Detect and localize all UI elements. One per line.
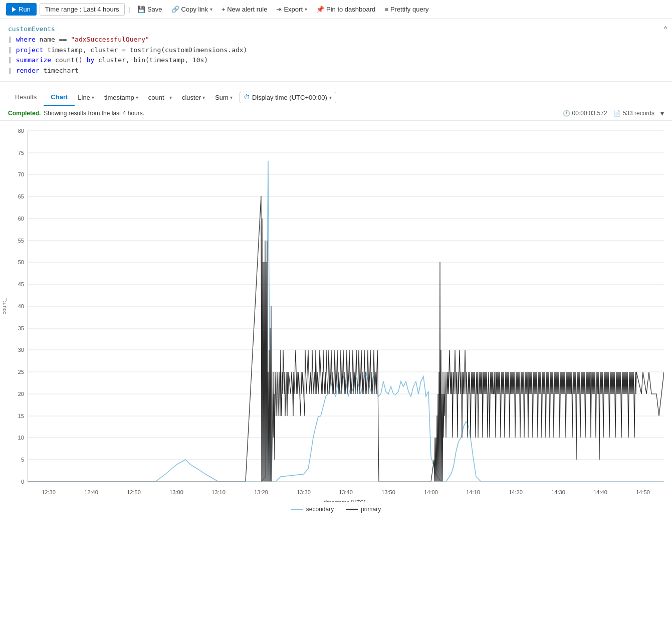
legend-primary-label: primary	[361, 506, 381, 513]
prettify-label: Prettify query	[390, 6, 429, 13]
legend-primary-line	[346, 509, 358, 510]
svg-text:14:20: 14:20	[509, 489, 523, 495]
display-time-label: Display time (UTC+00:00)	[252, 94, 327, 101]
export-button[interactable]: ⇥ Export ▾	[273, 4, 310, 15]
prettify-button[interactable]: ≡ Prettify query	[381, 4, 431, 15]
status-completed: Completed.	[8, 110, 41, 117]
legend-secondary-line	[291, 509, 303, 510]
chart-area: 0 5 10 15 20 25 30 35 40 45 50 55 60 65 …	[0, 121, 672, 549]
query-line-4: | summarize count() by cluster, bin(time…	[8, 55, 664, 66]
query-line-2: | where name == "adxSuccessfulQuery"	[8, 35, 664, 45]
svg-text:75: 75	[18, 150, 24, 156]
svg-text:13:00: 13:00	[169, 489, 183, 495]
display-time-button[interactable]: ⏱ Display time (UTC+00:00) ▾	[240, 92, 336, 103]
prettify-icon: ≡	[384, 6, 388, 13]
new-alert-rule-label: + New alert rule	[221, 6, 267, 13]
svg-text:70: 70	[18, 171, 24, 177]
main-chart-svg: 0 5 10 15 20 25 30 35 40 45 50 55 60 65 …	[0, 126, 672, 502]
query-editor[interactable]: customEvents | where name == "adxSuccess…	[0, 19, 672, 82]
time-range-button[interactable]: Time range : Last 4 hours	[40, 3, 125, 16]
svg-text:5: 5	[21, 457, 24, 463]
chart-svg-container: 0 5 10 15 20 25 30 35 40 45 50 55 60 65 …	[0, 126, 672, 502]
tab-results[interactable]: Results	[8, 89, 44, 106]
svg-text:25: 25	[18, 369, 24, 375]
svg-text:10: 10	[18, 435, 24, 441]
pin-dashboard-button[interactable]: 📌 Pin to dashboard	[313, 4, 378, 15]
query-line-3: | project timestamp, cluster = tostring(…	[8, 45, 664, 56]
timestamp-caret: ▾	[136, 95, 138, 100]
export-caret: ▾	[305, 7, 307, 12]
svg-text:12:50: 12:50	[127, 489, 141, 495]
svg-text:35: 35	[18, 325, 24, 331]
save-label: Save	[147, 6, 162, 13]
svg-text:14:30: 14:30	[551, 489, 565, 495]
expand-button[interactable]: ▾	[660, 109, 664, 117]
save-button[interactable]: 💾 Save	[134, 4, 165, 15]
svg-text:13:50: 13:50	[381, 489, 395, 495]
svg-text:timestamp [UTC]: timestamp [UTC]	[324, 499, 366, 502]
query-line-1: customEvents	[8, 24, 664, 35]
duration-display: 🕐 00:00:03.572	[563, 110, 607, 117]
sum-caret: ▾	[230, 95, 233, 100]
run-button[interactable]: Run	[6, 3, 37, 16]
secondary-line	[28, 161, 664, 482]
query-line-5: | render timechart	[8, 66, 664, 76]
collapse-button[interactable]: ⌃	[663, 23, 668, 36]
resize-handle[interactable]: · · ·	[0, 82, 672, 89]
copy-link-button[interactable]: 🔗 Copy link ▾	[168, 4, 215, 15]
svg-text:20: 20	[18, 391, 24, 397]
svg-text:count_: count_	[1, 298, 7, 315]
cluster-label: cluster	[182, 94, 201, 101]
line-dropdown[interactable]: Line ▾	[75, 92, 97, 103]
svg-text:40: 40	[18, 303, 24, 309]
svg-text:14:00: 14:00	[424, 489, 438, 495]
svg-text:13:30: 13:30	[297, 489, 311, 495]
run-label: Run	[19, 6, 31, 13]
play-icon	[12, 7, 16, 12]
count-caret: ▾	[169, 95, 172, 100]
svg-text:30: 30	[18, 347, 24, 353]
count-label: count_	[148, 94, 168, 101]
results-bar: Results Chart Line ▾ timestamp ▾ count_ …	[0, 89, 672, 106]
copy-link-caret: ▾	[210, 7, 212, 12]
separator-1: |	[129, 6, 130, 13]
cluster-dropdown[interactable]: cluster ▾	[179, 92, 208, 103]
clock-icon-2: 🕐	[563, 110, 570, 117]
svg-text:12:30: 12:30	[42, 489, 56, 495]
svg-text:14:10: 14:10	[466, 489, 480, 495]
tab-chart[interactable]: Chart	[44, 89, 75, 106]
count-dropdown[interactable]: count_ ▾	[145, 92, 175, 103]
legend-secondary: secondary	[291, 506, 334, 513]
svg-text:13:20: 13:20	[254, 489, 268, 495]
svg-text:80: 80	[18, 128, 24, 134]
status-right: 🕐 00:00:03.572 📄 533 records ▾	[563, 109, 664, 117]
sum-label: Sum	[215, 94, 229, 101]
svg-text:65: 65	[18, 193, 24, 199]
line-caret: ▾	[92, 95, 94, 100]
line-label: Line	[78, 94, 90, 101]
timestamp-dropdown[interactable]: timestamp ▾	[101, 92, 141, 103]
display-time-caret: ▾	[329, 95, 332, 100]
svg-text:45: 45	[18, 281, 24, 287]
pin-icon: 📌	[316, 6, 324, 13]
primary-line	[28, 196, 664, 482]
legend-secondary-label: secondary	[306, 506, 334, 513]
svg-text:13:10: 13:10	[211, 489, 226, 495]
copy-icon: 🔗	[171, 6, 179, 13]
svg-text:0: 0	[21, 479, 24, 485]
duration-value: 00:00:03.572	[572, 110, 607, 117]
sum-dropdown[interactable]: Sum ▾	[212, 92, 236, 103]
export-icon: ⇥	[276, 6, 282, 13]
save-icon: 💾	[137, 6, 145, 13]
svg-text:13:40: 13:40	[339, 489, 353, 495]
new-alert-rule-button[interactable]: + New alert rule	[218, 4, 270, 15]
status-bar: Completed. Showing results from the last…	[0, 106, 672, 121]
chart-legend: secondary primary	[0, 502, 672, 519]
svg-text:14:40: 14:40	[593, 489, 607, 495]
cluster-caret: ▾	[202, 95, 205, 100]
export-label: Export	[284, 6, 303, 13]
records-value: 533 records	[623, 110, 654, 117]
svg-text:55: 55	[18, 238, 24, 244]
status-left: Completed. Showing results from the last…	[8, 110, 144, 117]
records-icon: 📄	[613, 110, 621, 117]
